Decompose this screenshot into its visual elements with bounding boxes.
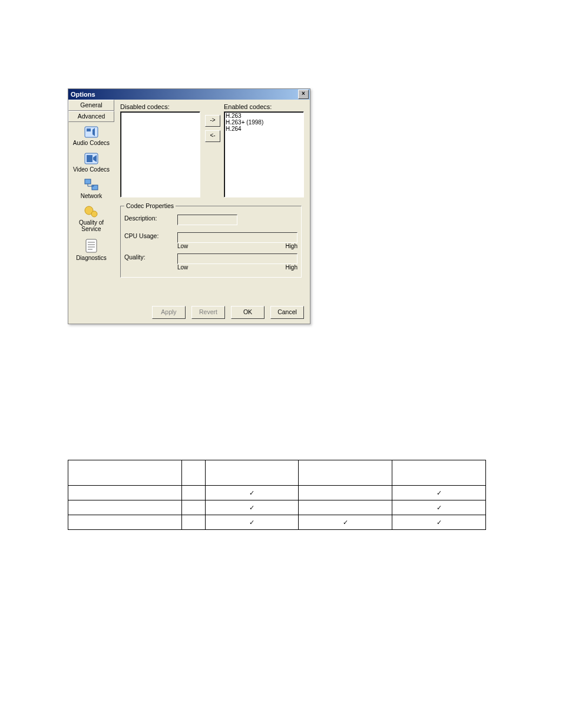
disabled-codecs-list[interactable] <box>120 111 200 197</box>
description-field <box>177 215 237 225</box>
sidebar-item-label: Quality of Service <box>68 219 114 232</box>
svg-rect-5 <box>92 185 98 190</box>
table-header <box>392 460 486 486</box>
cpu-usage-meter <box>177 232 297 243</box>
enabled-codecs-label: Enabled codecs: <box>224 103 272 110</box>
svg-point-7 <box>91 211 97 217</box>
sidebar-item-qos[interactable]: Quality of Service <box>68 202 114 235</box>
move-left-button[interactable]: <- <box>205 130 220 142</box>
description-label: Description: <box>124 215 171 222</box>
scale-high: High <box>285 243 297 249</box>
sidebar-item-video-codecs[interactable]: Video Codecs <box>68 149 114 175</box>
options-dialog: Options × General Advanced Audio Codecs … <box>68 88 310 324</box>
table-cell: ✓ <box>392 486 486 500</box>
table-cell: ✓ <box>205 500 299 515</box>
disabled-codecs-label: Disabled codecs: <box>120 103 170 110</box>
svg-rect-8 <box>86 239 97 252</box>
cancel-button[interactable]: Cancel <box>270 306 304 319</box>
table-cell: ✓ <box>392 515 486 530</box>
network-icon <box>68 179 114 192</box>
scale-low: Low <box>177 264 188 271</box>
list-item[interactable]: H.263+ (1998) <box>226 119 302 126</box>
revert-button[interactable]: Revert <box>191 306 225 319</box>
table-cell: ✓ <box>392 500 486 515</box>
table-cell: ✓ <box>299 515 392 530</box>
table-cell <box>68 500 182 515</box>
dialog-title: Options <box>71 91 95 98</box>
sidebar-item-audio-codecs[interactable]: Audio Codecs <box>68 122 114 149</box>
sidebar-item-network[interactable]: Network <box>68 175 114 202</box>
table-cell <box>299 500 392 515</box>
table-header-row <box>68 460 486 486</box>
table-cell <box>182 515 206 530</box>
qos-icon <box>68 205 114 218</box>
table-row: ✓ ✓ <box>68 500 486 515</box>
table-header <box>299 460 392 486</box>
table-cell <box>68 486 182 500</box>
close-icon[interactable]: × <box>298 90 309 99</box>
table-cell: ✓ <box>205 486 299 500</box>
tab-advanced[interactable]: Advanced <box>68 111 114 122</box>
table-cell <box>68 515 182 530</box>
table-cell: ✓ <box>205 515 299 530</box>
sidebar-item-label: Video Codecs <box>68 166 114 173</box>
tab-general[interactable]: General <box>68 100 114 111</box>
sidebar-item-label: Diagnostics <box>68 255 114 261</box>
scale-high: High <box>285 264 297 271</box>
list-item[interactable]: H.264 <box>226 126 302 132</box>
main-panel: Disabled codecs: Enabled codecs: -> <- H… <box>114 100 310 324</box>
sidebar-item-diagnostics[interactable]: Diagnostics <box>68 235 114 263</box>
svg-rect-0 <box>85 127 98 137</box>
table-header <box>182 460 206 486</box>
table-header <box>68 460 182 486</box>
video-codecs-icon <box>68 152 114 165</box>
group-title: Codec Properties <box>124 202 176 209</box>
sidebar: General Advanced Audio Codecs Video Code… <box>68 100 114 324</box>
codec-properties-group: Codec Properties Description: CPU Usage:… <box>120 206 302 278</box>
table-cell <box>182 486 206 500</box>
quality-meter <box>177 253 297 264</box>
quality-label: Quality: <box>124 253 171 261</box>
svg-rect-4 <box>85 179 91 184</box>
svg-rect-3 <box>87 155 92 162</box>
table-row: ✓ ✓ ✓ <box>68 515 486 530</box>
table-cell <box>299 486 392 500</box>
svg-rect-1 <box>87 129 91 131</box>
audio-codecs-icon <box>68 126 114 139</box>
comparison-table: ✓ ✓ ✓ ✓ ✓ ✓ ✓ <box>68 460 486 530</box>
titlebar[interactable]: Options × <box>68 89 310 100</box>
cpu-usage-label: CPU Usage: <box>124 232 171 239</box>
table-row: ✓ ✓ <box>68 486 486 500</box>
table-cell <box>182 500 206 515</box>
sidebar-item-label: Network <box>68 193 114 199</box>
list-item[interactable]: H.263 <box>226 113 302 119</box>
enabled-codecs-list[interactable]: H.263 H.263+ (1998) H.264 <box>224 111 304 197</box>
apply-button[interactable]: Apply <box>152 306 186 319</box>
diagnostics-icon <box>68 238 114 253</box>
sidebar-item-label: Audio Codecs <box>68 140 114 146</box>
ok-button[interactable]: OK <box>231 306 265 319</box>
scale-low: Low <box>177 243 188 249</box>
move-right-button[interactable]: -> <box>205 115 220 127</box>
table-header <box>205 460 299 486</box>
